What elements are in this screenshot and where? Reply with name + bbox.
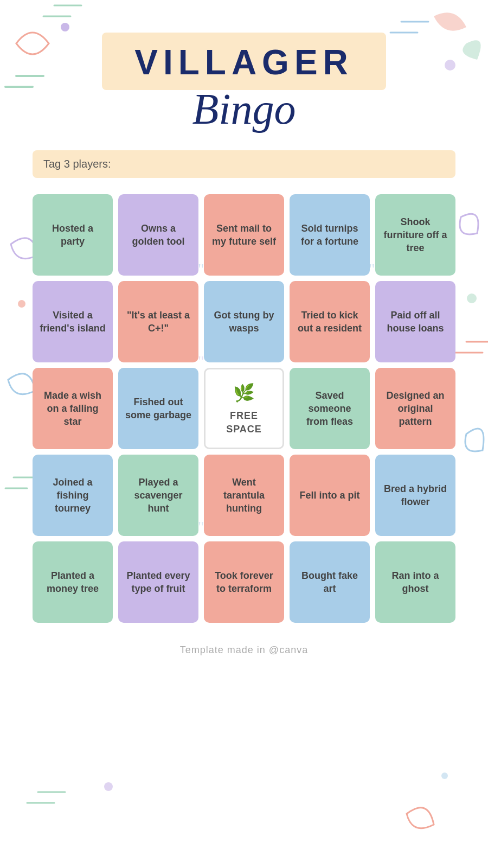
bingo-cell-18[interactable]: Fell into a pit bbox=[290, 455, 370, 536]
bingo-cell-19[interactable]: Bred a hybrid flower bbox=[375, 455, 455, 536]
bingo-cell-21[interactable]: Planted every type of fruit bbox=[118, 541, 198, 623]
bingo-cell-20[interactable]: Planted a money tree bbox=[33, 541, 113, 623]
leaf-icon: 🌿 bbox=[233, 381, 255, 405]
bingo-cell-17[interactable]: Went tarantula hunting bbox=[204, 455, 284, 536]
title-bingo: Bingo bbox=[102, 85, 386, 134]
bingo-cell-9[interactable]: Paid off all house loans bbox=[375, 281, 455, 362]
bingo-cell-24[interactable]: Ran into a ghost bbox=[375, 541, 455, 623]
bingo-cell-10[interactable]: Made a wish on a falling star bbox=[33, 368, 113, 449]
title-container: VILLAGER Bingo bbox=[102, 33, 386, 134]
bingo-grid: Hosted a partyOwns a golden toolSent mai… bbox=[33, 194, 455, 623]
svg-point-4 bbox=[104, 782, 113, 791]
footer: Template made in @canva bbox=[180, 644, 308, 656]
bingo-cell-12[interactable]: 🌿 FREESPACE bbox=[204, 368, 284, 449]
free-space-text: FREESPACE bbox=[226, 409, 262, 436]
bingo-cell-15[interactable]: Joined a fishing tourney bbox=[33, 455, 113, 536]
title-villager: VILLAGER bbox=[134, 42, 354, 82]
tag-banner: Tag 3 players: bbox=[33, 150, 455, 178]
bingo-cell-14[interactable]: Designed an original pattern bbox=[375, 368, 455, 449]
bingo-cell-23[interactable]: Bought fake art bbox=[290, 541, 370, 623]
bingo-cell-8[interactable]: Tried to kick out a resident bbox=[290, 281, 370, 362]
bingo-cell-5[interactable]: Visited a friend's island bbox=[33, 281, 113, 362]
bingo-cell-11[interactable]: Fished out some garbage bbox=[118, 368, 198, 449]
bingo-cell-6[interactable]: "It's at least a C+!" bbox=[118, 281, 198, 362]
bingo-cell-4[interactable]: Shook furniture off a tree bbox=[375, 194, 455, 276]
svg-point-5 bbox=[441, 773, 448, 779]
bingo-cell-22[interactable]: Took forever to terraform bbox=[204, 541, 284, 623]
tag-label: Tag 3 players: bbox=[43, 158, 111, 170]
bingo-cell-13[interactable]: Saved someone from fleas bbox=[290, 368, 370, 449]
bingo-cell-16[interactable]: Played a scavenger hunt bbox=[118, 455, 198, 536]
bingo-cell-3[interactable]: Sold turnips for a fortune bbox=[290, 194, 370, 276]
bingo-cell-0[interactable]: Hosted a party bbox=[33, 194, 113, 276]
bingo-cell-7[interactable]: Got stung by wasps bbox=[204, 281, 284, 362]
page-content: VILLAGER Bingo Tag 3 players: Hosted a p… bbox=[0, 0, 488, 688]
bingo-cell-2[interactable]: Sent mail to my future self bbox=[204, 194, 284, 276]
bingo-cell-1[interactable]: Owns a golden tool bbox=[118, 194, 198, 276]
title-banner: VILLAGER bbox=[102, 33, 386, 90]
